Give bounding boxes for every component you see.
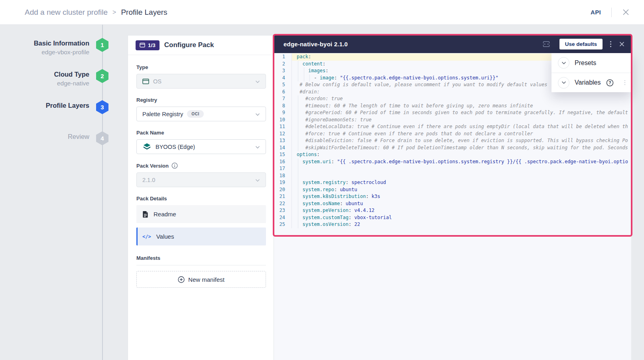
readme-tab-label: Readme xyxy=(154,211,176,218)
chevron-down-icon xyxy=(558,57,569,69)
variables-section-toggle[interactable]: Variables ? xyxy=(551,73,631,92)
configure-pack-header: 1/3 Configure Pack xyxy=(128,36,274,55)
chevron-down-icon xyxy=(255,111,260,117)
step-number-badge: 4 xyxy=(96,131,108,145)
code-line[interactable]: 25 system.osVersion: 22 xyxy=(274,221,631,228)
configure-pack-body: Type OS Registry Palette Registry OCI Pa… xyxy=(128,55,274,296)
registry-label: Registry xyxy=(136,97,266,103)
step-number-badge: 3 xyxy=(96,100,108,114)
code-line[interactable]: 12 #force: true # Continue even if there… xyxy=(274,131,631,138)
code-line[interactable]: 19 system.registry: spectrocloud xyxy=(274,179,631,186)
line-number: 22 xyxy=(274,200,291,208)
editor-close-icon[interactable] xyxy=(619,41,625,47)
main-area: Basic Information edge-vbox-profile 1 Cl… xyxy=(0,25,644,360)
chevron-down-icon xyxy=(255,177,260,183)
pack-details-readme-tab[interactable]: Readme xyxy=(136,205,266,223)
yaml-code-editor[interactable]: 1pack:2 content:3 images:4 - image: "{{.… xyxy=(274,53,631,360)
code-line[interactable]: 24 system.customTag: vbox-tutorial xyxy=(274,214,631,222)
code-line[interactable]: 10 #ignoreDaemonSets: true xyxy=(274,117,631,124)
code-line[interactable]: 21 system.k8sDistribution: k3s xyxy=(274,193,631,200)
info-icon xyxy=(171,162,178,169)
editor-pack-title: edge-native-byoi 2.1.0 xyxy=(284,41,348,47)
plus-circle-icon xyxy=(178,276,185,283)
line-number: 4 xyxy=(274,75,291,82)
line-number: 17 xyxy=(274,165,291,172)
code-line[interactable]: 9 #gracePeriod: 60 # Period of time in s… xyxy=(274,109,631,117)
oci-badge: OCI xyxy=(187,110,204,118)
code-line[interactable]: 11 #deleteLocalData: true # Continue eve… xyxy=(274,123,631,131)
type-label: Type xyxy=(136,64,266,70)
code-line[interactable]: 14 #skipWaitForDeleteTimeout: 60 # If po… xyxy=(274,144,631,152)
line-number: 18 xyxy=(274,172,291,180)
line-number: 6 xyxy=(274,89,291,96)
help-icon[interactable]: ? xyxy=(606,79,614,87)
variables-kebab-menu-icon[interactable] xyxy=(624,79,626,86)
line-number: 24 xyxy=(274,214,291,222)
step-title: Cloud Type xyxy=(54,70,89,79)
line-number: 9 xyxy=(274,109,291,117)
presets-section-toggle[interactable]: Presets xyxy=(551,53,631,73)
wizard-stepper: Basic Information edge-vbox-profile 1 Cl… xyxy=(0,25,128,360)
split-view-icon[interactable] xyxy=(542,41,550,47)
code-line[interactable]: 13 #disableEviction: false # Force drain… xyxy=(274,137,631,144)
breadcrumb-separator: > xyxy=(112,9,116,16)
step-number-badge: 1 xyxy=(96,38,108,52)
new-manifest-button[interactable]: New manifest xyxy=(136,271,266,288)
pack-name-select[interactable]: BYOOS (Edge) xyxy=(136,139,266,154)
line-number: 11 xyxy=(274,123,291,131)
layers-icon xyxy=(140,43,145,47)
type-value: OS xyxy=(153,78,161,85)
code-icon: </> xyxy=(142,234,151,239)
pack-details-label: Pack Details xyxy=(136,196,266,202)
pack-version-select[interactable]: 2.1.0 xyxy=(136,172,266,187)
line-number: 10 xyxy=(274,117,291,124)
line-number: 14 xyxy=(274,144,291,152)
code-line[interactable]: 15options: xyxy=(274,151,631,158)
use-defaults-button[interactable]: Use defaults xyxy=(559,39,603,49)
line-number: 20 xyxy=(274,186,291,194)
pack-version-value: 2.1.0 xyxy=(142,177,155,183)
svg-text:?: ? xyxy=(609,80,611,85)
line-number: 7 xyxy=(274,95,291,103)
pack-step-counter-badge: 1/3 xyxy=(136,40,160,50)
breadcrumb-parent-link[interactable]: Add a new cluster profile xyxy=(25,8,108,17)
values-editor: edge-native-byoi 2.1.0 Use defaults 1pac… xyxy=(274,35,631,360)
pack-details-values-tab[interactable]: </> Values xyxy=(136,227,266,245)
code-line[interactable]: 17 xyxy=(274,165,631,172)
close-icon[interactable] xyxy=(622,8,630,16)
page-title: Profile Layers xyxy=(121,8,167,17)
code-line[interactable]: 7 #cordon: true xyxy=(274,95,631,103)
api-button[interactable]: API xyxy=(591,9,601,16)
code-line[interactable]: 22 system.osName: ubuntu xyxy=(274,200,631,208)
step-title: Review xyxy=(68,132,89,141)
line-number: 2 xyxy=(274,61,291,68)
step-number-badge: 2 xyxy=(96,69,108,83)
chevron-down-icon xyxy=(255,78,260,85)
configure-pack-panel: 1/3 Configure Pack Type OS Registry Pale… xyxy=(128,35,274,360)
line-number: 3 xyxy=(274,67,291,75)
byoos-pack-icon xyxy=(142,142,152,151)
code-line[interactable]: 8 #timeout: 60 # The length of time to w… xyxy=(274,103,631,110)
sidebar-item-basic-information[interactable]: Basic Information edge-vbox-profile 1 xyxy=(34,38,108,57)
code-line[interactable]: 18 xyxy=(274,172,631,180)
code-line[interactable]: 23 system.peVersion: v4.4.12 xyxy=(274,207,631,214)
sidebar-item-profile-layers[interactable]: Profile Layers 3 xyxy=(46,100,108,114)
line-number: 1 xyxy=(274,53,291,61)
editor-kebab-menu-icon[interactable] xyxy=(609,40,612,48)
pack-name-value: BYOOS (Edge) xyxy=(156,144,195,150)
line-number: 13 xyxy=(274,137,291,144)
breadcrumb: Add a new cluster profile > Profile Laye… xyxy=(25,8,167,17)
step-subtitle: edge-native xyxy=(54,79,89,88)
sidebar-item-review[interactable]: Review 4 xyxy=(68,131,108,145)
step-title: Profile Layers xyxy=(46,101,89,110)
line-number: 23 xyxy=(274,207,291,214)
line-number: 8 xyxy=(274,103,291,110)
type-select[interactable]: OS xyxy=(136,74,266,89)
editor-region: edge-native-byoi 2.1.0 Use defaults 1pac… xyxy=(274,35,644,360)
registry-select[interactable]: Palette Registry OCI xyxy=(136,107,266,121)
sidebar-item-cloud-type[interactable]: Cloud Type edge-native 2 xyxy=(54,69,108,88)
code-line[interactable]: 16 system.uri: "{{ .spectro.pack.edge-na… xyxy=(274,158,631,166)
pack-name-label: Pack Name xyxy=(136,130,266,136)
code-line[interactable]: 20 system.repo: ubuntu xyxy=(274,186,631,194)
values-tab-label: Values xyxy=(156,233,174,240)
